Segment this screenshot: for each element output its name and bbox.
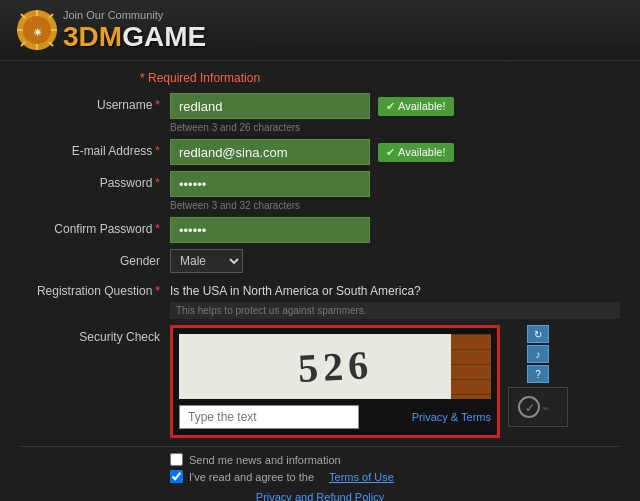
username-input[interactable] bbox=[170, 93, 370, 119]
newsletter-checkbox[interactable] bbox=[170, 453, 183, 466]
password-label: Password* bbox=[20, 171, 170, 190]
terms-row: I've read and agree to the Terms of Use bbox=[170, 470, 620, 483]
username-available-badge: Available! bbox=[378, 97, 454, 116]
security-label: Security Check bbox=[20, 325, 170, 344]
terms-of-use-link[interactable]: Terms of Use bbox=[329, 471, 394, 483]
checkbox-section: Send me news and information I've read a… bbox=[20, 453, 620, 483]
newsletter-row: Send me news and information bbox=[170, 453, 620, 466]
form-container: * Required Information Username* Availab… bbox=[0, 61, 640, 501]
email-label: E-mail Address* bbox=[20, 139, 170, 158]
required-star-cpw: * bbox=[155, 222, 160, 236]
email-available-badge: Available! bbox=[378, 143, 454, 162]
username-input-wrap: Available! Between 3 and 26 characters bbox=[170, 93, 620, 133]
captcha-brick-decoration bbox=[451, 334, 491, 399]
confirm-password-row: Confirm Password* bbox=[20, 217, 620, 243]
reg-question-wrap: Is the USA in North America or South Ame… bbox=[170, 279, 620, 319]
logo-game: GAME bbox=[122, 21, 206, 52]
confirm-password-input[interactable] bbox=[170, 217, 370, 243]
terms-prefix: I've read and agree to the bbox=[189, 471, 314, 483]
username-label: Username* bbox=[20, 93, 170, 112]
email-input-wrap: Available! bbox=[170, 139, 620, 165]
gender-input-wrap: Male Female bbox=[170, 249, 620, 273]
security-check-section: Security Check 526 Privacy & Terms ↻ ♪ bbox=[20, 325, 620, 438]
required-star-pw: * bbox=[155, 176, 160, 190]
email-row: E-mail Address* Available! bbox=[20, 139, 620, 165]
gender-row: Gender Male Female bbox=[20, 249, 620, 273]
required-star-rq: * bbox=[155, 284, 160, 298]
reg-question-label: Registration Question* bbox=[20, 279, 170, 298]
reg-question-row: Registration Question* Is the USA in Nor… bbox=[20, 279, 620, 319]
captcha-audio-button[interactable]: ♪ bbox=[527, 345, 549, 363]
svg-text:☀: ☀ bbox=[33, 27, 42, 38]
svg-text:✓: ✓ bbox=[525, 401, 535, 415]
terms-checkbox[interactable] bbox=[170, 470, 183, 483]
reg-question-text: Is the USA in North America or South Ame… bbox=[170, 279, 620, 298]
spammer-hint: This helps to protect us against spammer… bbox=[170, 302, 620, 319]
required-info-text: * Required Information bbox=[20, 71, 620, 85]
captcha-refresh-button[interactable]: ↻ bbox=[527, 325, 549, 343]
password-input[interactable] bbox=[170, 171, 370, 197]
required-star: * bbox=[155, 98, 160, 112]
svg-text:™: ™ bbox=[541, 406, 548, 413]
captcha-number: 526 bbox=[296, 341, 373, 392]
privacy-terms-link[interactable]: Privacy & Terms bbox=[412, 411, 491, 423]
header-tagline: Join Our Community bbox=[63, 9, 206, 21]
email-input[interactable] bbox=[170, 139, 370, 165]
username-row: Username* Available! Between 3 and 26 ch… bbox=[20, 93, 620, 133]
newsletter-label: Send me news and information bbox=[189, 454, 341, 466]
password-input-wrap: Between 3 and 32 characters bbox=[170, 171, 620, 211]
required-star-email: * bbox=[155, 144, 160, 158]
gender-select[interactable]: Male Female bbox=[170, 249, 243, 273]
footer-links: Privacy and Refund Policy bbox=[20, 489, 620, 501]
logo-icon: ☀ bbox=[15, 8, 59, 52]
captcha-input-row: Privacy & Terms bbox=[179, 405, 491, 429]
divider-1 bbox=[20, 446, 620, 447]
password-hint: Between 3 and 32 characters bbox=[170, 200, 620, 211]
captcha-controls-group: ↻ ♪ ? ✓ ™ bbox=[508, 325, 568, 427]
captcha-input[interactable] bbox=[179, 405, 359, 429]
confirm-password-label: Confirm Password* bbox=[20, 217, 170, 236]
username-hint: Between 3 and 26 characters bbox=[170, 122, 620, 133]
logo-3dm: 3DM bbox=[63, 21, 122, 52]
privacy-refund-link[interactable]: Privacy and Refund Policy bbox=[256, 491, 384, 501]
page-header: ☀ Join Our Community 3DMGAME bbox=[0, 0, 640, 61]
password-row: Password* Between 3 and 32 characters bbox=[20, 171, 620, 211]
security-box: 526 Privacy & Terms bbox=[170, 325, 500, 438]
gender-label: Gender bbox=[20, 249, 170, 268]
confirm-password-input-wrap bbox=[170, 217, 620, 243]
captcha-help-button[interactable]: ? bbox=[527, 365, 549, 383]
captcha-image: 526 bbox=[179, 334, 491, 399]
captcha-provider-logo: ✓ ™ bbox=[508, 387, 568, 427]
